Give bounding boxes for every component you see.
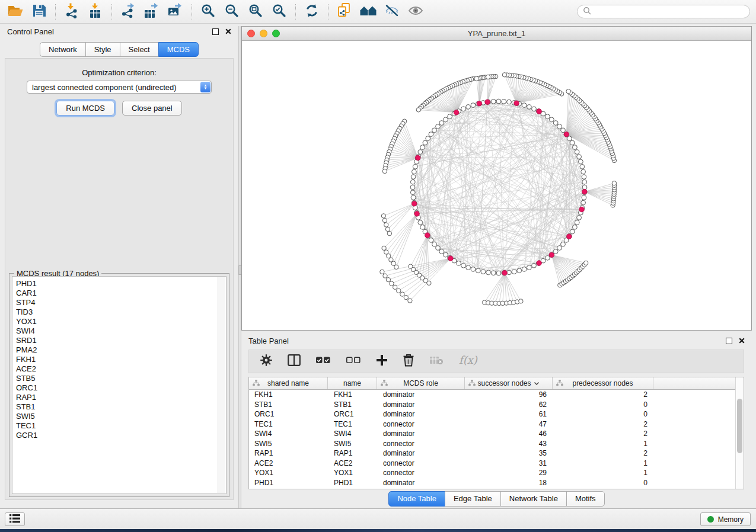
table-row[interactable]: ACE2ACE2connector311	[249, 459, 735, 469]
export-image-button[interactable]	[164, 2, 187, 21]
tab-motifs[interactable]: Motifs	[566, 491, 605, 507]
column-header-successor-nodes[interactable]: successor nodes	[465, 377, 553, 389]
mcds-result-item[interactable]: RAP1	[16, 393, 226, 402]
table-row[interactable]: RAP1RAP1dominator352	[249, 448, 735, 459]
column-header-shared-name[interactable]: shared name	[249, 377, 328, 389]
zoom-fit-icon	[248, 4, 263, 20]
show-columns-button[interactable]	[315, 356, 331, 367]
table-cell: 0	[553, 410, 653, 418]
add-column-button[interactable]	[376, 354, 388, 368]
delete-column-button[interactable]	[403, 354, 414, 369]
function-builder-icon: f(x)	[458, 353, 480, 370]
float-table-panel-icon[interactable]	[726, 338, 732, 344]
save-session-button[interactable]	[27, 2, 51, 21]
result-list-scrollbar[interactable]	[218, 277, 225, 493]
column-header-name[interactable]: name	[328, 377, 377, 389]
mcds-result-item[interactable]: STB5	[16, 374, 226, 383]
first-neighbors-button[interactable]	[356, 2, 380, 21]
mcds-result-item[interactable]: STP4	[16, 298, 226, 307]
mcds-result-item[interactable]: PHD1	[16, 279, 226, 289]
zoom-fit-button[interactable]	[244, 2, 267, 21]
hide-columns-button[interactable]	[346, 356, 361, 367]
hide-selected-button[interactable]	[380, 2, 404, 21]
split-columns-button[interactable]	[288, 354, 301, 368]
tab-network[interactable]: Network	[40, 42, 86, 57]
mcds-result-item[interactable]: PMA2	[16, 345, 226, 355]
zoom-in-button[interactable]	[196, 2, 220, 21]
show-all-button[interactable]	[404, 2, 428, 21]
network-graph[interactable]	[242, 41, 751, 331]
window-close-icon[interactable]	[247, 30, 255, 37]
tab-mcds[interactable]: MCDS	[158, 42, 199, 57]
mcds-result-item[interactable]: ACE2	[16, 364, 226, 374]
memory-button[interactable]: Memory	[700, 512, 751, 526]
refresh-layout-button[interactable]	[300, 2, 324, 21]
table-cell: 1	[553, 440, 653, 448]
mcds-result-item[interactable]: CAR1	[16, 289, 226, 298]
tab-style[interactable]: Style	[85, 42, 120, 57]
mcds-result-item[interactable]: TID3	[16, 307, 226, 317]
close-table-panel-icon[interactable]	[739, 336, 745, 345]
column-header-predecessor-nodes[interactable]: predecessor nodes	[553, 377, 653, 389]
save-session-icon	[33, 4, 46, 20]
criterion-select[interactable]: largest connected component (undirected)…	[27, 81, 212, 94]
table-cell: 1	[553, 459, 653, 467]
close-panel-icon[interactable]	[225, 27, 231, 36]
import-network-button[interactable]	[60, 2, 84, 21]
mcds-result-item[interactable]: SWI5	[16, 412, 226, 421]
import-table-button[interactable]	[84, 2, 107, 21]
export-table-button[interactable]	[140, 2, 164, 21]
window-minimize-icon[interactable]	[260, 30, 267, 37]
list-menu-icon	[9, 514, 21, 525]
mcds-result-item[interactable]: GCR1	[16, 431, 226, 440]
table-row[interactable]: SWI4SWI4dominator462	[249, 429, 735, 439]
show-panels-menu-button[interactable]	[5, 512, 25, 526]
mcds-result-item[interactable]: SRD1	[16, 336, 226, 345]
table-header-row: shared namenameMCDS rolesuccessor nodesp…	[249, 377, 735, 390]
table-row[interactable]: SWI5SWI5connector431	[249, 439, 735, 449]
table-cell: 0	[553, 400, 653, 409]
table-cell: ORC1	[328, 410, 377, 418]
scrollbar-thumb[interactable]	[737, 399, 742, 453]
table-cell: 31	[465, 459, 553, 467]
tab-select[interactable]: Select	[120, 42, 159, 57]
mcds-result-item[interactable]: ORC1	[16, 383, 226, 393]
mcds-result-item[interactable]: TEC1	[16, 421, 226, 431]
float-window-icon[interactable]	[212, 28, 219, 35]
gear-button[interactable]	[260, 354, 273, 369]
control-panel-header: Control Panel	[0, 24, 238, 39]
run-mcds-button[interactable]: Run MCDS	[56, 101, 114, 116]
column-header-MCDS-role[interactable]: MCDS role	[377, 377, 465, 389]
close-panel-button[interactable]: Close panel	[122, 101, 182, 116]
table-row[interactable]: PHD1PHD1dominator180	[249, 478, 735, 488]
network-canvas[interactable]	[242, 41, 751, 330]
table-row[interactable]: FKH1FKH1dominator962	[249, 390, 735, 400]
zoom-selected-button[interactable]	[267, 2, 291, 21]
tab-network-table[interactable]: Network Table	[500, 491, 567, 507]
mcds-result-item[interactable]: STB1	[16, 402, 226, 412]
table-row[interactable]: STB1STB1dominator620	[249, 400, 735, 410]
table-scrollbar[interactable]	[735, 377, 744, 489]
search-input[interactable]	[595, 7, 749, 17]
refresh-layout-icon	[305, 4, 319, 20]
mcds-result-item[interactable]: SWI4	[16, 326, 226, 336]
zoom-out-button[interactable]	[220, 2, 244, 21]
open-file-button[interactable]	[4, 2, 27, 21]
tab-edge-table[interactable]: Edge Table	[445, 491, 501, 507]
table-body: FKH1FKH1dominator962STB1STB1dominator620…	[249, 390, 735, 489]
window-maximize-icon[interactable]	[272, 30, 280, 37]
table-row[interactable]: YOX1YOX1connector291	[249, 468, 735, 478]
clone-network-button[interactable]	[333, 2, 356, 21]
tab-node-table[interactable]: Node Table	[388, 491, 445, 507]
toolbar-separator	[192, 4, 192, 20]
export-network-button[interactable]	[116, 2, 140, 21]
table-row[interactable]: TEC1TEC1connector472	[249, 419, 735, 430]
mcds-result-item[interactable]: FKH1	[16, 355, 226, 364]
table-cell: 2	[553, 390, 653, 399]
first-neighbors-icon	[360, 4, 377, 20]
table-cell: YOX1	[249, 469, 328, 477]
mcds-result-item[interactable]: YOX1	[16, 317, 226, 326]
table-cell: FKH1	[249, 390, 328, 399]
table-cell: 2	[553, 420, 653, 428]
table-row[interactable]: ORC1ORC1dominator610	[249, 409, 735, 419]
